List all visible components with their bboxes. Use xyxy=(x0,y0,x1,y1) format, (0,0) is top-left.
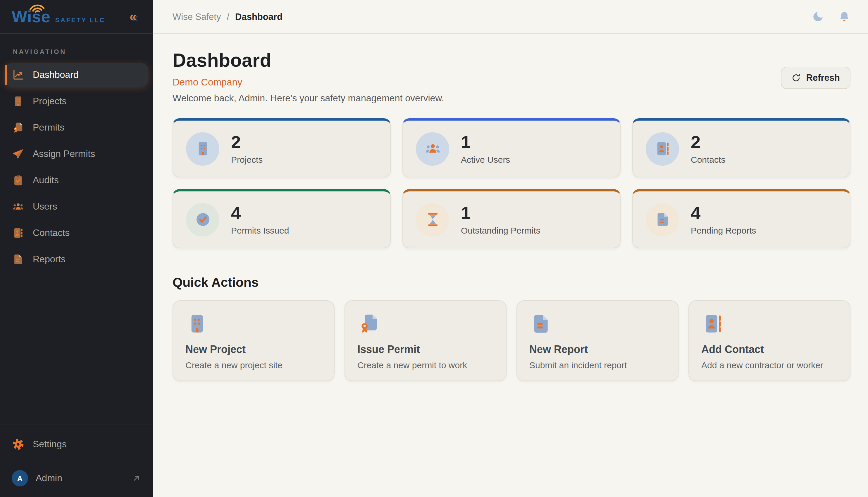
stat-value: 4 xyxy=(691,204,756,222)
brand-logo: Wise Safety LLC xyxy=(12,9,105,25)
nav-section-label: NAVIGATION xyxy=(0,34,153,62)
sidebar-item-reports[interactable]: Reports xyxy=(5,247,148,271)
quick-action-new-report[interactable]: New Report Submit an incident report xyxy=(516,300,678,381)
stat-card-outstanding-permits: 1 Outstanding Permits xyxy=(402,189,621,248)
contact-book-icon xyxy=(12,227,25,239)
stat-label: Projects xyxy=(231,154,263,164)
welcome-text: Welcome back, Admin. Here's your safety … xyxy=(173,93,444,104)
sidebar-item-label: Contacts xyxy=(33,228,70,238)
quick-action-subtitle: Submit an incident report xyxy=(529,360,666,370)
sidebar-item-label: Projects xyxy=(33,96,67,106)
stat-label: Pending Reports xyxy=(691,225,756,235)
stat-card-active-users: 1 Active Users xyxy=(402,118,621,178)
stat-label: Active Users xyxy=(461,154,510,164)
moon-icon[interactable] xyxy=(812,11,824,23)
quick-action-subtitle: Create a new permit to work xyxy=(357,360,494,370)
breadcrumb-current: Dashboard xyxy=(235,11,282,22)
dashboard-content: Dashboard Demo Company Welcome back, Adm… xyxy=(153,34,868,381)
page-head-text: Dashboard Demo Company Welcome back, Adm… xyxy=(173,50,444,104)
stat-value: 2 xyxy=(231,133,263,151)
sidebar-spacer xyxy=(0,272,153,424)
collapse-sidebar-icon[interactable]: « « xyxy=(127,9,143,25)
sidebar-item-audits[interactable]: Audits xyxy=(5,169,148,192)
stat-label: Contacts xyxy=(691,154,725,164)
sidebar-item-label: Users xyxy=(33,201,57,212)
settings-label: Settings xyxy=(33,439,67,450)
send-icon xyxy=(12,147,25,160)
quick-action-title: Issue Permit xyxy=(357,344,494,356)
sidebar-item-label: Assign Permits xyxy=(33,149,95,159)
chart-line-icon xyxy=(12,69,25,81)
stat-label: Outstanding Permits xyxy=(461,225,541,235)
stat-label: Permits Issued xyxy=(231,225,289,235)
check-circle-icon xyxy=(186,203,219,236)
quick-action-title: New Project xyxy=(186,344,322,356)
permit-ribbon-icon xyxy=(12,121,25,134)
sidebar-item-projects[interactable]: Projects xyxy=(5,89,148,113)
brand-name: Wise xyxy=(12,9,50,25)
report-doc-icon xyxy=(12,253,25,266)
stat-card-contacts: 2 Contacts xyxy=(632,118,851,178)
arrow-up-right-icon xyxy=(132,473,141,483)
quick-action-title: Add Contact xyxy=(701,344,838,356)
sidebar-item-settings[interactable]: Settings xyxy=(5,432,148,456)
stat-value: 4 xyxy=(231,204,289,222)
user-name: Admin xyxy=(36,473,124,484)
permit-ribbon-icon xyxy=(357,312,381,336)
quick-action-subtitle: Create a new project site xyxy=(186,360,322,370)
stat-value: 2 xyxy=(691,133,725,151)
stat-value: 1 xyxy=(461,204,541,222)
page-head: Dashboard Demo Company Welcome back, Adm… xyxy=(173,50,851,104)
app-root: Wise Safety LLC « « NAVIGATION Dashboard… xyxy=(0,0,868,497)
contact-book-icon xyxy=(646,132,679,165)
company-name: Demo Company xyxy=(173,77,444,88)
breadcrumb-separator: / xyxy=(227,11,229,22)
topbar-icons xyxy=(812,11,851,23)
sidebar-item-permits[interactable]: Permits xyxy=(5,116,148,139)
gear-icon xyxy=(12,438,25,451)
users-icon xyxy=(416,132,449,165)
sidebar-footer: Settings A Admin xyxy=(0,424,153,497)
sidebar-item-label: Reports xyxy=(33,254,65,265)
stat-card-projects: 2 Projects xyxy=(173,118,391,178)
sidebar-logo-row: Wise Safety LLC « « xyxy=(0,0,153,34)
user-menu[interactable]: A Admin xyxy=(5,464,148,492)
bell-icon[interactable] xyxy=(838,11,851,23)
sidebar-item-label: Permits xyxy=(33,122,64,133)
report-doc-icon xyxy=(529,312,553,336)
quick-action-new-project[interactable]: New Project Create a new project site xyxy=(173,300,335,381)
quick-action-title: New Report xyxy=(529,344,666,356)
stat-card-permits-issued: 4 Permits Issued xyxy=(173,189,391,248)
sidebar-item-dashboard[interactable]: Dashboard xyxy=(5,63,148,87)
refresh-label: Refresh xyxy=(806,73,840,83)
hourglass-icon xyxy=(416,203,449,236)
sidebar-nav: Dashboard Projects Permits Assign Permit… xyxy=(0,62,153,272)
quick-action-subtitle: Add a new contractor or worker xyxy=(701,360,838,370)
breadcrumb: Wise Safety / Dashboard xyxy=(173,11,282,22)
page-title: Dashboard xyxy=(173,50,444,71)
building-icon xyxy=(12,95,25,108)
clipboard-check-icon xyxy=(12,174,25,187)
sidebar-item-label: Audits xyxy=(33,175,59,186)
wifi-arcs-icon xyxy=(27,0,47,13)
breadcrumb-root[interactable]: Wise Safety xyxy=(173,11,221,22)
users-icon xyxy=(12,200,25,213)
stats-grid: 2 Projects 1 Active Users 2 Contacts 4 P… xyxy=(173,118,851,248)
main-area: Wise Safety / Dashboard Dashboa xyxy=(153,0,868,497)
report-doc-icon xyxy=(646,203,679,236)
topbar: Wise Safety / Dashboard xyxy=(153,0,868,34)
avatar: A xyxy=(12,470,28,486)
quick-actions-grid: New Project Create a new project site Is… xyxy=(173,300,851,381)
sidebar-item-label: Dashboard xyxy=(33,70,79,80)
stat-card-pending-reports: 4 Pending Reports xyxy=(632,189,851,248)
sidebar-item-assign-permits[interactable]: Assign Permits xyxy=(5,142,148,166)
contact-book-icon xyxy=(701,312,725,336)
refresh-button[interactable]: Refresh xyxy=(781,67,851,89)
quick-actions-title: Quick Actions xyxy=(173,275,851,290)
quick-action-issue-permit[interactable]: Issue Permit Create a new permit to work xyxy=(344,300,506,381)
sidebar-item-users[interactable]: Users xyxy=(5,195,148,218)
building-icon xyxy=(186,312,209,336)
quick-action-add-contact[interactable]: Add Contact Add a new contractor or work… xyxy=(689,300,851,381)
sidebar-item-contacts[interactable]: Contacts xyxy=(5,221,148,245)
stat-value: 1 xyxy=(461,133,510,151)
